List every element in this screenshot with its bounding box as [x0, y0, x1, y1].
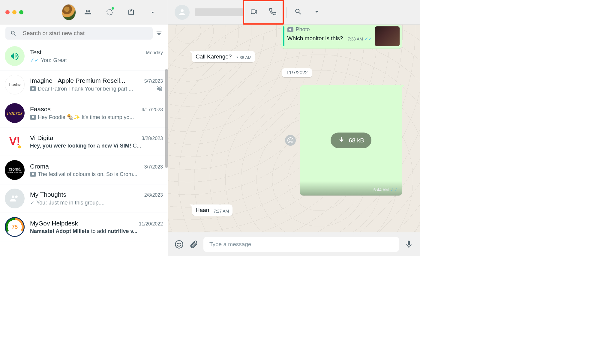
chat-item-mygov[interactable]: 75 MyGov Helpdesk11/20/2022 Namaste! Ado… [0, 213, 168, 241]
emoji-picker-button[interactable] [175, 240, 184, 249]
chat-time: 2/8/2023 [144, 192, 163, 198]
profile-avatar[interactable] [62, 4, 76, 20]
chat-item-vi[interactable]: V! Vi Digital3/28/2023 Hey, you were loo… [0, 127, 168, 156]
new-chat-icon[interactable] [128, 8, 135, 16]
group-icon [10, 193, 20, 204]
message-text: Which monitor is this? [287, 35, 343, 41]
message-row: Photo Which monitor is this? 7:38 AM✓✓ [192, 25, 402, 49]
maximize-window-button[interactable] [19, 10, 23, 14]
download-icon [338, 137, 345, 144]
chat-avatar: imagine [5, 75, 25, 94]
voice-call-button[interactable] [263, 2, 282, 22]
chat-name: Imagine - Apple Premium Resell... [30, 77, 125, 84]
search-box[interactable] [5, 27, 153, 40]
video-call-button[interactable] [245, 2, 263, 22]
sent-check-icon: ✓ [30, 199, 34, 206]
composer: Type a message [168, 232, 420, 256]
message-time: 6:44 AM [374, 187, 389, 192]
search-icon [294, 8, 302, 16]
incoming-message-bubble[interactable]: Haan 7:27 AM [192, 204, 232, 216]
chat-time: 3/28/2023 [142, 136, 163, 141]
date-divider: 11/7/2022 [282, 68, 312, 77]
close-window-button[interactable] [5, 10, 10, 14]
chat-avatar [5, 189, 25, 208]
divider [286, 7, 286, 18]
media-message-bubble[interactable]: 68 kB 6:44 AM✓✓ [300, 85, 402, 195]
read-check-icon: ✓✓ [390, 187, 398, 192]
chat-menu-button[interactable] [308, 2, 326, 22]
chat-item-mythoughts[interactable]: My Thoughts2/8/2023 ✓You: Just me in thi… [0, 184, 168, 213]
status-icon[interactable] [106, 8, 113, 16]
chat-preview: Great [53, 57, 67, 64]
voice-message-button[interactable] [404, 240, 413, 249]
chat-name: Faasos [30, 106, 51, 113]
read-check-icon: ✓✓ [30, 57, 39, 64]
attach-button[interactable] [189, 240, 198, 249]
minimize-window-button[interactable] [12, 10, 16, 14]
chat-avatar [5, 46, 25, 66]
chat-preview: Namaste! Adopt Millets to add nutritive … [30, 228, 137, 234]
message-time: 7:38 AM [236, 55, 251, 60]
chat-time: Monday [146, 50, 163, 55]
incoming-message-bubble[interactable]: Call Karenge? 7:38 AM [192, 51, 255, 62]
chat-name: Croma [30, 163, 49, 170]
chat-name: MyGov Helpdesk [30, 220, 78, 227]
react-button[interactable] [285, 135, 296, 146]
smiley-icon [175, 240, 184, 249]
paperclip-icon [189, 240, 198, 249]
video-icon [250, 8, 258, 16]
chat-item-croma[interactable]: cromāA TATA Enterprise Croma3/7/2023 The… [0, 156, 168, 184]
contact-avatar[interactable] [175, 5, 190, 20]
chat-avatar: cromāA TATA Enterprise [5, 160, 25, 180]
chat-panel: Photo Which monitor is this? 7:38 AM✓✓ C… [168, 0, 420, 256]
chat-name: My Thoughts [30, 191, 66, 198]
muted-icon [156, 85, 163, 92]
call-buttons-highlight [243, 0, 284, 25]
search-icon [10, 30, 17, 37]
sidebar-header [0, 0, 168, 25]
search-row [0, 25, 168, 42]
svg-point-3 [288, 138, 293, 143]
photo-icon [287, 27, 293, 32]
megaphone-icon [10, 51, 20, 61]
chat-item-test[interactable]: TestMonday ✓✓You: Great [0, 42, 168, 70]
chat-list[interactable]: TestMonday ✓✓You: Great imagine Imagine … [0, 42, 168, 256]
svg-point-4 [289, 139, 290, 140]
chat-time: 4/17/2023 [142, 107, 163, 112]
window-controls [5, 10, 23, 14]
chat-item-faasos[interactable]: Faasos Faasos4/17/2023 Hey Foodie 🌯✨ It'… [0, 99, 168, 127]
chat-avatar: V! [5, 132, 25, 151]
chat-preview: Hey Foodie 🌯✨ It's time to stump yo... [38, 114, 134, 121]
chat-name: Test [30, 49, 42, 56]
scrollbar[interactable] [165, 69, 168, 168]
message-text: Haan [196, 207, 209, 213]
outgoing-message-bubble[interactable]: Photo Which monitor is this? 7:38 AM✓✓ [281, 25, 402, 49]
message-row: Call Karenge? 7:38 AM [192, 51, 402, 62]
search-in-chat-button[interactable] [289, 2, 308, 22]
menu-chevron-icon[interactable] [149, 8, 156, 16]
message-time: 7:27 AM [214, 209, 229, 213]
person-icon [178, 8, 187, 17]
chat-prefix: You: [41, 57, 51, 64]
messages-area[interactable]: Photo Which monitor is this? 7:38 AM✓✓ C… [168, 25, 420, 232]
message-text: Call Karenge? [196, 53, 232, 60]
message-time: 7:38 AM [348, 37, 363, 41]
chat-prefix: You: [36, 200, 47, 206]
chat-time: 3/7/2023 [144, 164, 163, 170]
svg-point-7 [176, 241, 183, 248]
search-input[interactable] [23, 30, 148, 37]
chat-name: Vi Digital [30, 134, 55, 142]
communities-icon[interactable] [84, 8, 92, 16]
contact-name-redacted[interactable] [195, 8, 243, 16]
svg-point-9 [180, 243, 181, 244]
photo-icon [30, 115, 36, 120]
chat-item-imagine[interactable]: imagine Imagine - Apple Premium Resell..… [0, 70, 168, 99]
phone-icon [269, 8, 277, 16]
chat-avatar: Faasos [5, 103, 25, 123]
download-button[interactable]: 68 kB [331, 133, 371, 148]
quoted-label: Photo [296, 26, 310, 33]
filter-icon[interactable] [156, 29, 162, 37]
chat-header [168, 0, 420, 25]
message-input[interactable]: Type a message [203, 237, 399, 252]
message-row: Haan 7:27 AM [192, 204, 402, 216]
